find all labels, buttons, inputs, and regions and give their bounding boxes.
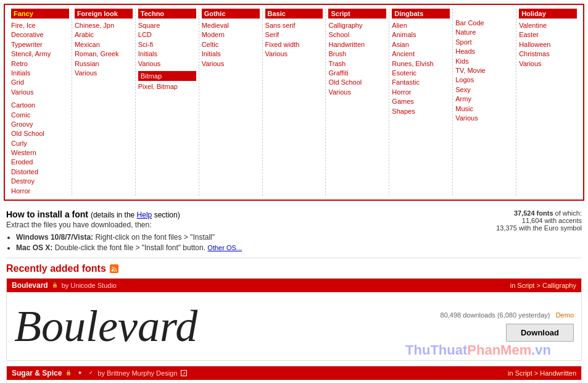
cat-link-various-fancy[interactable]: Various — [11, 88, 69, 97]
cat-link-games[interactable]: Games — [392, 97, 450, 106]
recently-header: Recently added fonts — [6, 263, 582, 274]
cat-link-various-gothic[interactable]: Various — [202, 59, 260, 69]
cat-link-sexy[interactable]: Sexy — [455, 85, 513, 95]
cat-header-gothic[interactable]: Gothic — [202, 9, 260, 19]
cat-link-medieval[interactable]: Medieval — [202, 21, 260, 30]
cat-link-handwritten[interactable]: Handwritten — [328, 40, 386, 49]
cat-link-various-foreign[interactable]: Various — [75, 69, 133, 78]
cat-link-old-school-fancy[interactable]: Old School — [11, 129, 69, 138]
cat-link-old-school-script[interactable]: Old School — [328, 78, 386, 87]
cat-link-brush[interactable]: Brush — [328, 49, 386, 59]
install-detail: (details in the Help section) — [91, 211, 180, 219]
cat-link-initials[interactable]: Initials — [11, 69, 69, 78]
install-extract: Extract the files you have downloaded, t… — [6, 221, 458, 229]
cat-link-army[interactable]: Army — [455, 95, 513, 104]
install-title-bold: How to install a font — [6, 209, 88, 219]
cat-header-holiday[interactable]: Holiday — [519, 9, 577, 19]
cat-link-pixel[interactable]: Pixel, Bitmap — [138, 82, 196, 91]
cat-link-square[interactable]: Square — [138, 21, 196, 30]
cat-link-various-basic[interactable]: Various — [265, 49, 323, 59]
cat-header-basic[interactable]: Basic — [265, 9, 323, 19]
cat-link-animals[interactable]: Animals — [392, 30, 450, 40]
rss-icon[interactable] — [110, 264, 118, 273]
cat-link-asian[interactable]: Asian — [392, 40, 450, 49]
cat-link-esoteric[interactable]: Esoteric — [392, 69, 450, 78]
cat-header-fancy[interactable]: Fancy — [11, 9, 69, 19]
cat-link-mexican[interactable]: Mexican — [75, 40, 133, 49]
cat-link-grid[interactable]: Grid — [11, 78, 69, 87]
cat-link-various-script[interactable]: Various — [328, 88, 386, 97]
cat-link-chinese[interactable]: Chinese, Jpn — [75, 21, 133, 30]
cat-link-graffiti[interactable]: Graffiti — [328, 69, 386, 78]
cat-link-roman[interactable]: Roman, Greek — [75, 49, 133, 59]
cat-link-horror-fancy[interactable]: Horror — [11, 187, 69, 196]
font-name-link-boulevard[interactable]: Boulevard — [12, 281, 48, 290]
cat-link-initials-techno[interactable]: Initials — [138, 49, 196, 59]
cat-link-alien[interactable]: Alien — [392, 21, 450, 30]
cat-subheader-bitmap[interactable]: Bitmap — [138, 71, 196, 81]
cat-link-barcode[interactable]: Bar Code — [455, 19, 513, 28]
cat-header-dingbats[interactable]: Dingbats — [392, 9, 450, 19]
font-preview-boulevard: Boulevard — [14, 301, 441, 352]
cat-header-foreign[interactable]: Foreign look — [75, 9, 133, 19]
cat-link-runes-elvish[interactable]: Runes, Elvish — [392, 59, 450, 69]
font-category-boulevard: in Script > Calligraphy — [510, 281, 576, 290]
cat-link-sport[interactable]: Sport — [455, 38, 513, 47]
cat-link-groovy[interactable]: Groovy — [11, 120, 69, 129]
external-link-icon-sugar[interactable]: ↗ — [181, 370, 187, 376]
cat-link-halloween[interactable]: Halloween — [519, 40, 577, 49]
help-link[interactable]: Help — [137, 211, 152, 219]
fonts-euro: 13,375 with the Euro symbol — [458, 224, 582, 232]
cat-link-typewriter[interactable]: Typewriter — [11, 40, 69, 49]
cat-link-horror[interactable]: Horror — [392, 88, 450, 97]
cat-link-curly[interactable]: Curly — [11, 139, 69, 148]
install-title-text: How to install a font (details in the He… — [6, 209, 180, 219]
cat-link-retro[interactable]: Retro — [11, 59, 69, 69]
cat-link-heads[interactable]: Heads — [455, 47, 513, 56]
cat-link-easter[interactable]: Easter — [519, 30, 577, 40]
cat-link-fixed-width[interactable]: Fixed width — [265, 40, 323, 49]
cat-link-trash[interactable]: Trash — [328, 59, 386, 69]
cat-link-decorative[interactable]: Decorative — [11, 30, 69, 40]
cat-link-various-dingbats[interactable]: Various — [455, 114, 513, 123]
cat-link-tv-movie[interactable]: TV, Movie — [455, 66, 513, 75]
cat-link-russian[interactable]: Russian — [75, 59, 133, 69]
cat-link-western[interactable]: Western — [11, 148, 69, 158]
cat-header-script[interactable]: Script — [328, 9, 386, 19]
cat-link-valentine[interactable]: Valentine — [519, 21, 577, 30]
cat-link-modern[interactable]: Modern — [202, 30, 260, 40]
font-category-sugar: in Script > Handwritten — [508, 369, 576, 377]
cat-link-various-holiday[interactable]: Various — [519, 59, 577, 69]
cat-link-fire-ice[interactable]: Fire, Ice — [11, 21, 69, 30]
cat-link-celtic[interactable]: Celtic — [202, 40, 260, 49]
cat-link-eroded[interactable]: Eroded — [11, 158, 69, 167]
cat-link-sans-serif[interactable]: Sans serif — [265, 21, 323, 30]
cat-link-destroy[interactable]: Destroy — [11, 177, 69, 186]
cat-link-kids[interactable]: Kids — [455, 57, 513, 66]
cat-link-calligraphy[interactable]: Calligraphy — [328, 21, 386, 30]
font-name-link-sugar[interactable]: Sugar & Spice — [12, 369, 62, 377]
cat-link-lcd[interactable]: LCD — [138, 30, 196, 40]
cat-link-various-techno[interactable]: Various — [138, 59, 196, 69]
cat-link-christmas[interactable]: Christmas — [519, 49, 577, 59]
cat-link-fantastic[interactable]: Fantastic — [392, 78, 450, 87]
cat-header-techno[interactable]: Techno — [138, 9, 196, 19]
cat-link-distorted[interactable]: Distorted — [11, 167, 69, 177]
download-button-boulevard[interactable]: Download — [506, 324, 574, 342]
cat-link-nature[interactable]: Nature — [455, 28, 513, 37]
cat-link-arabic[interactable]: Arabic — [75, 30, 133, 40]
cat-link-comic[interactable]: Comic — [11, 111, 69, 120]
cat-link-stencil[interactable]: Stencil, Army — [11, 49, 69, 59]
cat-link-ancient[interactable]: Ancient — [392, 49, 450, 59]
cat-col-dingbats: Dingbats Alien Animals Asian Ancient Run… — [389, 9, 453, 196]
cat-link-sci-fi[interactable]: Sci-fi — [138, 40, 196, 49]
other-os-link[interactable]: Other OS... — [207, 244, 242, 251]
cat-link-shapes[interactable]: Shapes — [392, 107, 450, 116]
cat-link-logos[interactable]: Logos — [455, 75, 513, 85]
cat-link-serif[interactable]: Serif — [265, 30, 323, 40]
cat-link-cartoon[interactable]: Cartoon — [11, 101, 69, 110]
cat-link-music[interactable]: Music — [455, 104, 513, 114]
svg-point-0 — [111, 270, 113, 272]
cat-link-initials-gothic[interactable]: Initials — [202, 49, 260, 59]
cat-link-school[interactable]: School — [328, 30, 386, 40]
